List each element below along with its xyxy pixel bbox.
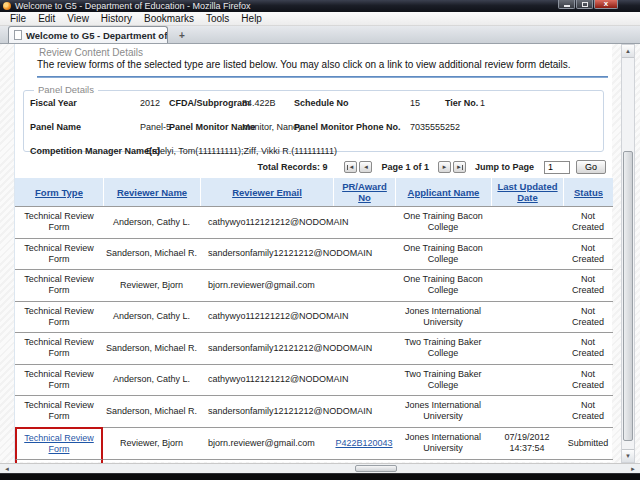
cell-applicant-name: Two Training Baker College <box>395 332 491 364</box>
link-technical-review-form[interactable]: Technical Review Form <box>15 427 103 460</box>
divider-rule <box>37 76 608 78</box>
cell-status: Not Created <box>563 206 613 238</box>
vertical-scrollbar[interactable]: ▲ ▼ <box>621 44 635 463</box>
horizontal-scrollbar[interactable]: ◄ ► <box>0 463 640 473</box>
table-row: Technical Review Form Anderson, Cathy L.… <box>15 301 613 333</box>
minimize-icon <box>564 5 570 7</box>
scroll-left-icon: ◄ <box>4 466 10 472</box>
cell-form-type: Technical Review Form <box>15 206 103 238</box>
cell-last-updated <box>491 364 563 396</box>
column-label: Applicant Name <box>408 187 480 198</box>
menu-help[interactable]: Help <box>235 13 268 24</box>
fiscal-year-label: Fiscal Year <box>30 98 77 108</box>
cell-applicant-name: One Training Bacon College <box>395 269 491 301</box>
menu-tools[interactable]: Tools <box>200 13 235 24</box>
column-label: Last Updated Date <box>497 181 557 203</box>
new-tab-button[interactable]: + <box>174 28 190 42</box>
schedule-no-label: Schedule No <box>294 98 349 108</box>
cell-reviewer-name: Sanderson, Michael R. <box>103 395 200 427</box>
table-row: Technical Review Form Sanderson, Michael… <box>15 332 613 364</box>
cell-form-type: Technical Review Form <box>15 301 103 333</box>
menu-edit[interactable]: Edit <box>32 13 61 24</box>
cell-applicant-name: One Training Bacon College <box>395 238 491 270</box>
tab-welcome-g5[interactable]: Welcome to G5 - Department of Edu... <box>8 26 168 43</box>
cell-reviewer-name: Anderson, Cathy L. <box>103 364 200 396</box>
column-label: PR/Award No <box>342 181 387 203</box>
menu-history[interactable]: History <box>95 13 138 24</box>
link-pr-award-no[interactable]: P422B120043 <box>333 427 395 460</box>
table-row: Technical Review Form Reviewer, Bjorn bj… <box>15 269 613 301</box>
sort-pr-award-no[interactable]: PR/Award No <box>333 178 395 206</box>
cell-reviewer-email: bjorn.reviewer@gmail.com <box>200 427 333 460</box>
panel-monitor-phone-label: Panel Monitor Phone No. <box>294 122 401 132</box>
competition-manager-label: Competition Manager Name(s) <box>30 146 160 156</box>
panel-name-label: Panel Name <box>30 122 81 132</box>
cell-reviewer-email: cathywyo112121212@NODOMAIN <box>200 364 333 396</box>
scroll-down-icon: ▼ <box>625 453 631 459</box>
panel-monitor-phone-value: 7035555252 <box>410 122 460 132</box>
page-description: The review forms of the selected type ar… <box>37 59 612 70</box>
panel-row: Panel Name Panel-5 Panel Monitor Name Mo… <box>24 122 603 139</box>
table-row: Technical Review Form Sanderson, Michael… <box>15 395 613 427</box>
maximize-icon <box>582 2 588 7</box>
minimize-button[interactable] <box>558 0 575 9</box>
next-page-icon: ► <box>441 164 447 170</box>
scroll-up-button[interactable]: ▲ <box>622 45 634 58</box>
cell-last-updated <box>491 395 563 427</box>
window-bottom-edge <box>0 473 640 480</box>
sort-last-updated-date[interactable]: Last Updated Date <box>491 178 563 206</box>
panel-details-fieldset: Panel Details Fiscal Year 2012 CFDA/Subp… <box>23 90 604 152</box>
schedule-no-value: 15 <box>410 98 420 108</box>
cell-reviewer-name: Reviewer, Bjorn <box>103 269 200 301</box>
cell-status: Not Created <box>563 395 613 427</box>
fiscal-year-value: 2012 <box>140 98 160 108</box>
page-content: Review Content Details The review forms … <box>14 44 612 462</box>
cell-last-updated <box>491 332 563 364</box>
cell-reviewer-email: sandersonfamily12121212@NODOMAIN <box>200 332 333 364</box>
cell-status: Not Created <box>563 238 613 270</box>
window-controls: x <box>557 0 618 9</box>
scroll-left-button[interactable]: ◄ <box>0 464 14 473</box>
cell-applicant-name: Jones International University <box>395 395 491 427</box>
prev-page-icon: ◄ <box>363 164 369 170</box>
scroll-right-button[interactable]: ► <box>626 464 640 473</box>
cell-status: Not Created <box>563 301 613 333</box>
column-label: Form Type <box>35 187 83 198</box>
cell-reviewer-name: Sanderson, Michael R. <box>103 332 200 364</box>
panel-details-legend: Panel Details <box>34 84 98 95</box>
cell-status: Submitted <box>563 427 613 460</box>
page-title: Review Content Details <box>39 47 612 58</box>
review-forms-table: Form Type Reviewer Name Reviewer Email P… <box>15 178 613 480</box>
tab-title: Welcome to G5 - Department of Edu... <box>26 30 168 41</box>
table-row: Technical Review Form Reviewer, Bjorn bj… <box>15 427 613 460</box>
sort-reviewer-email[interactable]: Reviewer Email <box>200 178 333 206</box>
panel-name-value: Panel-5 <box>140 122 171 132</box>
scroll-down-button[interactable]: ▼ <box>622 449 634 462</box>
menu-view[interactable]: View <box>61 13 95 24</box>
sort-form-type[interactable]: Form Type <box>15 178 103 206</box>
vertical-scroll-thumb[interactable] <box>623 151 633 441</box>
bar-icon <box>462 165 463 170</box>
column-label: Reviewer Email <box>232 187 302 198</box>
horizontal-scroll-thumb[interactable] <box>355 465 397 472</box>
cell-reviewer-name: Anderson, Cathy L. <box>103 206 200 238</box>
panel-row: Competition Manager Name(s) Erdelyi, Tom… <box>24 146 603 163</box>
cell-form-type: Technical Review Form <box>15 332 103 364</box>
tier-no-label: Tier No. <box>445 98 478 108</box>
column-label: Status <box>574 187 603 198</box>
close-button[interactable]: x <box>594 0 618 9</box>
sort-applicant-name[interactable]: Applicant Name <box>395 178 491 206</box>
menu-file[interactable]: File <box>4 13 32 24</box>
cell-status: Not Created <box>563 269 613 301</box>
cell-last-updated <box>491 301 563 333</box>
cell-pr-award-no <box>333 269 395 301</box>
cell-reviewer-email: cathywyo112121212@NODOMAIN <box>200 206 333 238</box>
total-records: Total Records: 9 <box>258 162 328 172</box>
cell-applicant-name: One Training Bacon College <box>395 206 491 238</box>
cell-form-type: Technical Review Form <box>15 364 103 396</box>
maximize-button[interactable] <box>576 0 593 9</box>
menu-bar: File Edit View History Bookmarks Tools H… <box>0 12 640 26</box>
sort-reviewer-name[interactable]: Reviewer Name <box>103 178 200 206</box>
menu-bookmarks[interactable]: Bookmarks <box>138 13 200 24</box>
sort-status[interactable]: Status <box>563 178 613 206</box>
